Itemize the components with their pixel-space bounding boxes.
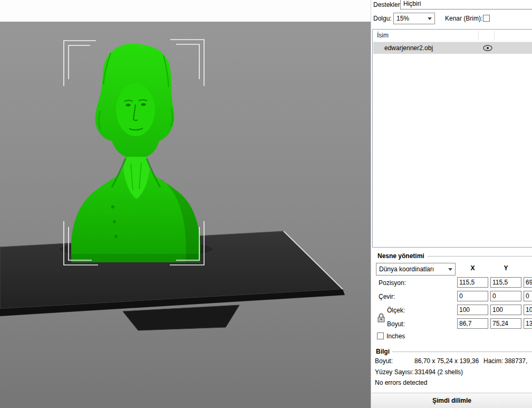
object-list-row[interactable]: edwarjenner2.obj xyxy=(373,42,532,54)
scale-label: Ölçek: xyxy=(387,307,405,314)
info-title: Bilgi xyxy=(376,348,390,355)
info-volume-label: Hacim: xyxy=(483,357,503,365)
object-name: edwarjenner2.obj xyxy=(384,44,433,52)
column-divider xyxy=(478,31,479,41)
brim-checkbox[interactable] xyxy=(483,15,490,22)
object-list[interactable]: İsim edwarjenner2.obj xyxy=(372,29,532,248)
rotation-z-input[interactable] xyxy=(524,291,532,301)
infill-label: Dolgu: xyxy=(373,15,392,22)
coordinate-system-dropdown[interactable]: Dünya koordinatları xyxy=(376,263,456,276)
scale-lock-icon[interactable] xyxy=(378,312,385,322)
group-rule xyxy=(392,352,532,352)
slicer-app: Destekler: Hiçbiri Dolgu: 15% Kenar (Bri… xyxy=(0,0,532,408)
info-errors-text: No errors detected xyxy=(375,379,427,386)
info-faces-value: 331494 (2 shells) xyxy=(414,368,463,376)
supports-dropdown-value: Hiçbiri xyxy=(403,0,421,7)
object-list-header: İsim xyxy=(373,30,532,42)
info-volume-value: 388737, xyxy=(505,357,527,365)
size-x-input[interactable] xyxy=(457,318,488,329)
column-divider xyxy=(494,31,495,41)
inches-label: Inches xyxy=(386,333,405,340)
info-header: Bilgi xyxy=(371,348,532,355)
coordinate-system-value: Dünya koordinatları xyxy=(379,265,434,273)
slice-now-button[interactable]: Şimdi dilimle xyxy=(371,393,532,408)
size-label: Boyut: xyxy=(387,320,405,328)
scale-x-input[interactable] xyxy=(457,305,488,315)
visibility-eye-icon[interactable] xyxy=(483,45,492,51)
rotation-y-input[interactable] xyxy=(490,291,521,301)
infill-dropdown[interactable]: 15% xyxy=(393,13,435,24)
info-faces-label: Yüzey Sayısı: xyxy=(375,368,413,376)
supports-label: Destekler: xyxy=(373,1,402,8)
column-header-name[interactable]: İsim xyxy=(377,32,389,39)
object-management-title: Nesne yönetimi xyxy=(378,252,424,260)
size-z-input[interactable] xyxy=(524,318,532,329)
top-whitespace xyxy=(0,0,371,22)
position-label: Pozisyon: xyxy=(379,279,406,287)
axis-header-y: Y xyxy=(490,264,521,272)
position-y-input[interactable] xyxy=(490,277,521,288)
infill-dropdown-value: 15% xyxy=(396,15,409,22)
object-management-header: Nesne yönetimi xyxy=(371,252,532,260)
3d-viewport[interactable] xyxy=(0,0,371,408)
axis-header-x: X xyxy=(457,264,488,272)
info-size-label: Boyut: xyxy=(375,357,393,365)
viewport-canvas[interactable] xyxy=(0,0,371,408)
rotation-x-input[interactable] xyxy=(457,291,488,301)
chevron-down-icon xyxy=(448,268,452,271)
axis-header-z: Z xyxy=(524,264,532,272)
inches-checkbox[interactable] xyxy=(377,333,384,339)
scale-z-input[interactable] xyxy=(524,305,532,315)
settings-panel: Destekler: Hiçbiri Dolgu: 15% Kenar (Bri… xyxy=(371,0,532,408)
chevron-down-icon xyxy=(428,17,432,20)
brim-label: Kenar (Brim): xyxy=(445,15,482,22)
scale-y-input[interactable] xyxy=(490,305,521,315)
size-y-input[interactable] xyxy=(490,318,521,329)
rotation-label: Çevir: xyxy=(379,293,395,300)
position-z-input[interactable] xyxy=(524,277,532,288)
info-size-value: 86,70 x 75,24 x 139,36 xyxy=(414,357,479,365)
position-x-input[interactable] xyxy=(457,277,488,288)
supports-dropdown[interactable]: Hiçbiri xyxy=(400,0,532,10)
group-rule xyxy=(427,256,532,257)
